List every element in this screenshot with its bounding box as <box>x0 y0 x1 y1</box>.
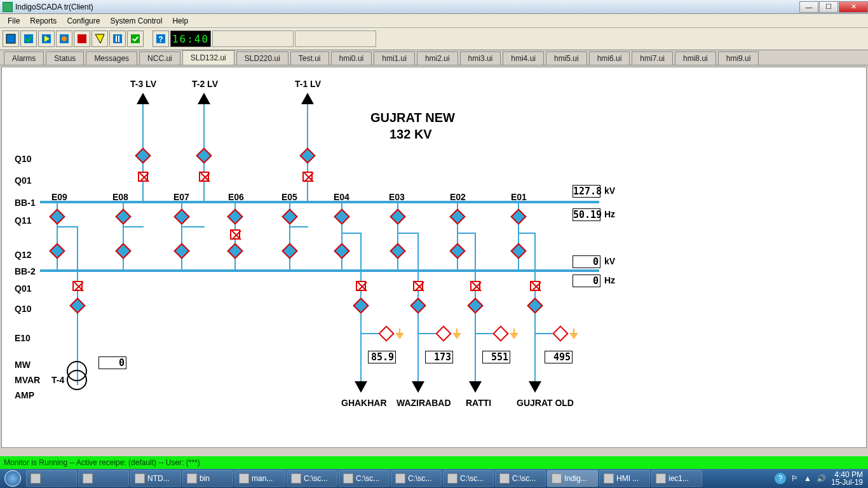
menu-system-control[interactable]: System Control <box>105 15 167 27</box>
isolator-icon[interactable] <box>390 243 405 259</box>
task-man[interactable]: man... <box>234 470 285 487</box>
tab-hmi1[interactable]: hmi1.ui <box>374 51 415 65</box>
tab-messages[interactable]: Messages <box>86 51 137 65</box>
isolator-icon[interactable] <box>334 243 349 259</box>
tab-hmi5[interactable]: hmi5.ui <box>546 51 587 65</box>
menu-configure[interactable]: Configure <box>62 15 105 27</box>
isolator-icon[interactable] <box>135 147 151 163</box>
isolator-icon[interactable] <box>334 208 349 224</box>
toolbar-clock: 16:40 <box>170 30 211 47</box>
task-ntd[interactable]: NTD... <box>130 470 181 487</box>
tool-btn-7[interactable] <box>109 30 126 47</box>
isolator-icon[interactable] <box>299 147 315 163</box>
task-cmd3[interactable]: C:\sc... <box>391 470 442 487</box>
arrow-feeder <box>529 381 541 393</box>
task-indigo[interactable]: Indig... <box>547 470 598 487</box>
isolator-icon[interactable] <box>196 147 212 163</box>
tab-hmi9[interactable]: hmi9.ui <box>718 51 759 65</box>
tool-btn-3[interactable] <box>38 30 55 47</box>
isolator-icon[interactable] <box>49 243 65 259</box>
isolator-icon[interactable] <box>510 208 526 224</box>
tab-hmi8[interactable]: hmi8.ui <box>675 51 716 65</box>
isolator-icon[interactable] <box>227 243 243 259</box>
tab-hmi4[interactable]: hmi4.ui <box>503 51 544 65</box>
tab-status[interactable]: Status <box>46 51 84 65</box>
isolator-icon[interactable] <box>69 297 85 313</box>
bay-e03: E03 <box>389 192 405 202</box>
start-button[interactable] <box>0 469 25 488</box>
breaker-icon[interactable] <box>470 281 480 291</box>
tool-btn-1[interactable] <box>3 30 19 47</box>
tab-hmi2[interactable]: hmi2.ui <box>417 51 458 65</box>
tool-btn-2[interactable] <box>20 30 37 47</box>
tab-sld132[interactable]: SLD132.ui <box>182 50 234 65</box>
tab-alarms[interactable]: Alarms <box>4 51 44 65</box>
indigo-icon <box>552 473 562 484</box>
minimize-button[interactable]: — <box>799 1 818 13</box>
tool-btn-6[interactable] <box>92 30 108 47</box>
breaker-icon[interactable] <box>413 281 423 291</box>
tab-hmi3[interactable]: hmi3.ui <box>460 51 501 65</box>
ie-icon <box>31 473 41 484</box>
earth-switch-icon[interactable] <box>378 325 394 341</box>
isolator-icon[interactable] <box>390 208 405 224</box>
task-bin[interactable]: bin <box>182 470 233 487</box>
chevron-up-icon[interactable]: ▲ <box>804 474 811 483</box>
isolator-icon[interactable] <box>467 297 483 313</box>
breaker-icon[interactable] <box>230 229 240 240</box>
tab-ncc[interactable]: NCC.ui <box>139 51 180 65</box>
menu-reports[interactable]: Reports <box>25 15 62 27</box>
isolator-icon[interactable] <box>173 243 189 259</box>
isolator-icon[interactable] <box>173 208 189 224</box>
task-hmi[interactable]: HMI ... <box>599 470 650 487</box>
tab-hmi7[interactable]: hmi7.ui <box>632 51 673 65</box>
tab-hmi6[interactable]: hmi6.ui <box>589 51 630 65</box>
breaker-icon[interactable] <box>72 281 83 291</box>
flag-icon[interactable]: 🏳 <box>791 474 799 483</box>
task-cmd2[interactable]: C:\sc... <box>339 470 390 487</box>
menu-file[interactable]: File <box>3 15 25 27</box>
breaker-icon[interactable] <box>356 281 366 291</box>
tab-test[interactable]: Test.ui <box>290 51 329 65</box>
menu-help[interactable]: Help <box>167 15 193 27</box>
task-ie[interactable] <box>26 470 77 487</box>
help-button[interactable]: ? <box>153 30 169 47</box>
isolator-icon[interactable] <box>115 243 131 259</box>
task-cmd1[interactable]: C:\sc... <box>287 470 337 487</box>
isolator-icon[interactable] <box>281 243 297 259</box>
task-calc[interactable] <box>78 470 129 487</box>
sld-canvas: GUJRAT NEW 132 KV T-3 LV T-2 LV T-1 LV Q… <box>1 67 867 448</box>
breaker-icon[interactable] <box>199 172 209 182</box>
isolator-icon[interactable] <box>353 297 369 313</box>
breaker-icon[interactable] <box>530 281 540 291</box>
earth-switch-icon[interactable] <box>492 325 508 341</box>
tool-btn-5[interactable] <box>74 30 90 47</box>
tool-btn-4[interactable] <box>56 30 72 47</box>
breaker-icon[interactable] <box>302 172 313 182</box>
isolator-icon[interactable] <box>510 243 526 259</box>
tray-clock[interactable]: 4:40 PM 15-Jul-19 <box>831 471 863 486</box>
isolator-icon[interactable] <box>115 208 131 224</box>
maximize-button[interactable]: ☐ <box>819 1 838 13</box>
earth-switch-icon[interactable] <box>552 325 568 341</box>
task-iec[interactable]: iec1... <box>651 470 702 487</box>
help-tray-icon[interactable]: ? <box>775 473 786 484</box>
close-button[interactable]: ✕ <box>839 1 868 13</box>
isolator-icon[interactable] <box>227 208 243 224</box>
task-cmd5[interactable]: C:\sc... <box>495 470 546 487</box>
isolator-icon[interactable] <box>410 297 426 313</box>
tool-btn-8[interactable] <box>127 30 144 47</box>
tab-sld220[interactable]: SLD220.ui <box>236 51 288 65</box>
breaker-icon[interactable] <box>138 172 148 182</box>
task-cmd4[interactable]: C:\sc... <box>443 470 494 487</box>
isolator-icon[interactable] <box>449 208 465 224</box>
isolator-icon[interactable] <box>49 208 65 224</box>
isolator-icon[interactable] <box>449 243 465 259</box>
earth-switch-icon[interactable] <box>435 325 451 341</box>
notepad-icon <box>239 473 249 484</box>
isolator-icon[interactable] <box>527 297 543 313</box>
system-tray: ? 🏳 ▲ 🔊 4:40 PM 15-Jul-19 <box>775 471 868 486</box>
isolator-icon[interactable] <box>281 208 297 224</box>
volume-icon[interactable]: 🔊 <box>817 474 826 483</box>
tab-hmi0[interactable]: hmi0.ui <box>331 51 372 65</box>
